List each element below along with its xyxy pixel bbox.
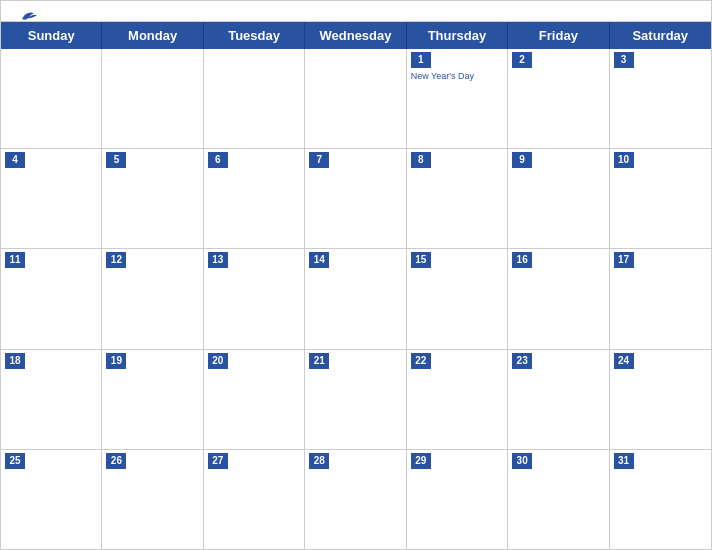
day-cell: 19 (102, 350, 203, 449)
day-cell (305, 49, 406, 148)
day-number: 27 (208, 453, 228, 469)
day-cell (204, 49, 305, 148)
day-cell: 27 (204, 450, 305, 549)
day-cell: 12 (102, 249, 203, 348)
logo (17, 9, 38, 23)
week-row-3: 11121314151617 (1, 249, 711, 349)
day-number: 6 (208, 152, 228, 168)
holiday-label: New Year's Day (411, 71, 503, 82)
day-number: 7 (309, 152, 329, 168)
day-number: 17 (614, 252, 634, 268)
logo-bird-icon (20, 9, 38, 23)
week-row-2: 45678910 (1, 149, 711, 249)
day-cell: 22 (407, 350, 508, 449)
day-header-tuesday: Tuesday (204, 22, 305, 49)
day-number: 10 (614, 152, 634, 168)
day-cell: 2 (508, 49, 609, 148)
day-number: 13 (208, 252, 228, 268)
day-header-wednesday: Wednesday (305, 22, 406, 49)
day-number: 21 (309, 353, 329, 369)
day-cell: 26 (102, 450, 203, 549)
day-cell: 13 (204, 249, 305, 348)
day-number: 28 (309, 453, 329, 469)
day-header-thursday: Thursday (407, 22, 508, 49)
logo-blue-text (17, 9, 38, 23)
day-cell: 30 (508, 450, 609, 549)
day-number: 24 (614, 353, 634, 369)
day-cell: 14 (305, 249, 406, 348)
day-cell: 10 (610, 149, 711, 248)
day-number: 12 (106, 252, 126, 268)
day-number: 11 (5, 252, 25, 268)
week-row-1: 1New Year's Day23 (1, 49, 711, 149)
day-number: 4 (5, 152, 25, 168)
day-cell: 28 (305, 450, 406, 549)
day-cell: 5 (102, 149, 203, 248)
day-cell: 16 (508, 249, 609, 348)
day-cell: 31 (610, 450, 711, 549)
day-number: 20 (208, 353, 228, 369)
day-cell: 17 (610, 249, 711, 348)
calendar-container: SundayMondayTuesdayWednesdayThursdayFrid… (0, 0, 712, 550)
day-cell: 21 (305, 350, 406, 449)
calendar-header (1, 1, 711, 21)
day-headers-row: SundayMondayTuesdayWednesdayThursdayFrid… (1, 22, 711, 49)
week-row-4: 18192021222324 (1, 350, 711, 450)
day-number: 16 (512, 252, 532, 268)
day-header-monday: Monday (102, 22, 203, 49)
day-number: 31 (614, 453, 634, 469)
day-cell: 7 (305, 149, 406, 248)
day-cell: 6 (204, 149, 305, 248)
day-number: 22 (411, 353, 431, 369)
day-number: 14 (309, 252, 329, 268)
day-cell (1, 49, 102, 148)
day-number: 2 (512, 52, 532, 68)
day-number: 19 (106, 353, 126, 369)
weeks-container: 1New Year's Day2345678910111213141516171… (1, 49, 711, 549)
day-number: 8 (411, 152, 431, 168)
day-header-friday: Friday (508, 22, 609, 49)
day-number: 5 (106, 152, 126, 168)
calendar-grid: SundayMondayTuesdayWednesdayThursdayFrid… (1, 21, 711, 549)
day-cell: 9 (508, 149, 609, 248)
day-cell: 23 (508, 350, 609, 449)
day-number: 26 (106, 453, 126, 469)
day-cell: 8 (407, 149, 508, 248)
day-number: 25 (5, 453, 25, 469)
day-cell: 24 (610, 350, 711, 449)
day-number: 30 (512, 453, 532, 469)
day-cell (102, 49, 203, 148)
day-number: 3 (614, 52, 634, 68)
day-cell: 25 (1, 450, 102, 549)
day-header-saturday: Saturday (610, 22, 711, 49)
day-number: 29 (411, 453, 431, 469)
day-number: 1 (411, 52, 431, 68)
day-cell: 11 (1, 249, 102, 348)
day-number: 9 (512, 152, 532, 168)
day-header-sunday: Sunday (1, 22, 102, 49)
day-number: 23 (512, 353, 532, 369)
day-cell: 15 (407, 249, 508, 348)
day-number: 15 (411, 252, 431, 268)
week-row-5: 25262728293031 (1, 450, 711, 549)
day-cell: 20 (204, 350, 305, 449)
day-cell: 18 (1, 350, 102, 449)
day-cell: 1New Year's Day (407, 49, 508, 148)
day-number: 18 (5, 353, 25, 369)
day-cell: 29 (407, 450, 508, 549)
day-cell: 3 (610, 49, 711, 148)
day-cell: 4 (1, 149, 102, 248)
